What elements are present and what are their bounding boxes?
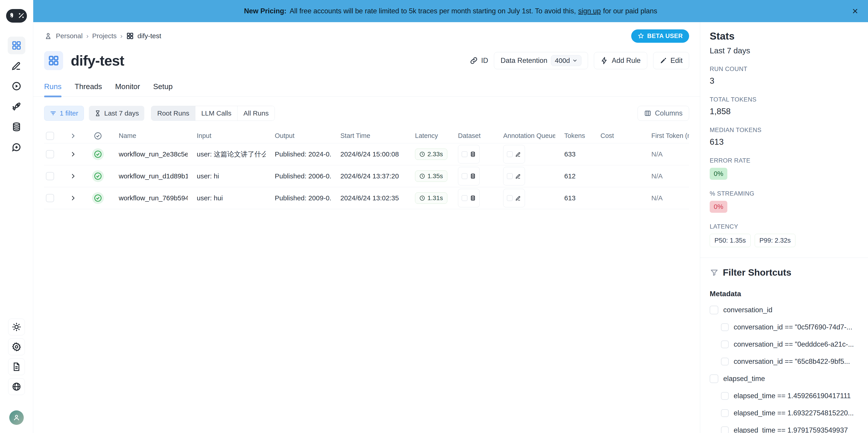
table-row[interactable]: workflow_run_d1d89b1e user: hi Published… (44, 165, 689, 187)
breadcrumb-projects[interactable]: Projects (92, 32, 117, 40)
clock-icon (419, 173, 425, 179)
web-button[interactable] (8, 378, 25, 395)
tab-setup[interactable]: Setup (153, 82, 173, 97)
person-icon (13, 414, 20, 422)
shortcut-item: elapsed_time == 1.69322754815220... (721, 408, 859, 418)
add-to-dataset-button[interactable] (458, 189, 480, 207)
success-status-icon (92, 192, 104, 204)
add-to-annotation-queue-button[interactable] (503, 167, 525, 185)
run-input: user: hui (188, 194, 266, 202)
time-range-button[interactable]: Last 7 days (89, 106, 144, 121)
clock-icon (419, 195, 425, 201)
shortcut-item-label: elapsed_time == 1.69322754815220... (734, 409, 854, 417)
filter-count-button[interactable]: 1 filter (44, 106, 84, 121)
banner-close-icon[interactable]: × (852, 6, 858, 16)
mini-checkbox (462, 151, 467, 157)
shortcut-item-label: conversation_id == "0edddce6-a21c-... (734, 340, 854, 348)
sidebar-item-projects[interactable] (8, 37, 25, 54)
sidebar-item-annotation[interactable] (8, 57, 25, 74)
columns-icon (644, 110, 651, 117)
run-start-time: 2024/6/24 13:37:20 (331, 172, 406, 180)
sidebar-item-datasets[interactable] (8, 118, 25, 136)
shortcut-checkbox[interactable] (721, 427, 729, 433)
mini-checkbox (462, 195, 467, 201)
theme-toggle[interactable] (8, 318, 25, 335)
tab-threads[interactable]: Threads (74, 82, 102, 97)
mini-checkbox (507, 151, 513, 157)
add-rule-label: Add Rule (612, 57, 641, 65)
metadata-section-label: Metadata (710, 290, 859, 298)
tools-icon (18, 12, 24, 19)
row-checkbox[interactable] (46, 150, 54, 158)
sidebar-item-feedback[interactable] (8, 138, 25, 156)
beta-user-badge: BETA USER (631, 29, 689, 43)
run-name[interactable]: workflow_run_2e38c5el (110, 150, 188, 158)
total-tokens-value: 1,858 (710, 107, 859, 116)
rocket-icon (11, 101, 22, 112)
banner-bold-text: New Pricing: (244, 7, 286, 15)
beta-badge-label: BETA USER (647, 33, 683, 39)
breadcrumb-personal[interactable]: Personal (56, 32, 83, 40)
time-range-label: Last 7 days (104, 110, 139, 117)
run-name[interactable]: workflow_run_d1d89b1e (110, 172, 188, 180)
docs-button[interactable] (8, 359, 25, 375)
run-input: user: hi (188, 172, 266, 180)
app-root: New Pricing: All free accounts will be r… (0, 0, 868, 433)
retention-value-dropdown[interactable]: 400d (551, 55, 582, 66)
edit-button[interactable]: Edit (653, 52, 689, 69)
run-first-token: N/A (642, 172, 689, 180)
pencil-icon (660, 57, 667, 64)
shortcut-checkbox[interactable] (710, 374, 718, 383)
banner-signup-link[interactable]: sign up (578, 7, 601, 15)
sidebar-item-deployments[interactable] (8, 98, 25, 115)
segment-all-runs[interactable]: All Runs (238, 106, 275, 121)
data-retention-button[interactable]: Data Retention 400d (494, 52, 588, 69)
shortcut-group-label: elapsed_time (723, 375, 765, 383)
latency-label: LATENCY (710, 223, 859, 230)
run-first-token: N/A (642, 194, 689, 202)
run-name[interactable]: workflow_run_769b5945 (110, 194, 188, 202)
add-to-annotation-queue-button[interactable] (503, 189, 525, 207)
user-avatar[interactable] (9, 410, 24, 425)
shortcut-checkbox[interactable] (721, 392, 729, 400)
chevron-right-icon: › (120, 32, 123, 40)
table-row[interactable]: workflow_run_2e38c5el user: 这篇论文讲了什么... … (44, 143, 689, 165)
shortcut-checkbox[interactable] (710, 306, 718, 314)
select-all-checkbox[interactable] (46, 132, 54, 140)
add-to-dataset-button[interactable] (458, 145, 480, 163)
shortcut-checkbox[interactable] (721, 358, 729, 365)
page-title: dify-test (71, 53, 124, 69)
segment-root-runs[interactable]: Root Runs (151, 106, 195, 121)
shortcut-checkbox[interactable] (721, 341, 729, 348)
row-expand-chevron-icon[interactable] (70, 173, 76, 179)
copy-id-button[interactable]: ID (470, 57, 488, 65)
shortcut-checkbox[interactable] (721, 323, 729, 331)
row-checkbox[interactable] (46, 172, 54, 180)
filter-count-label: 1 filter (60, 110, 78, 117)
shortcut-group: elapsed_time (710, 374, 859, 384)
add-to-dataset-button[interactable] (458, 167, 480, 185)
globe-icon (11, 382, 22, 392)
row-expand-chevron-icon[interactable] (70, 195, 76, 201)
settings-button[interactable] (8, 339, 25, 355)
database-icon (470, 195, 476, 201)
shortcut-checkbox[interactable] (721, 409, 729, 417)
expand-all-chevron-icon[interactable] (70, 133, 76, 139)
row-checkbox[interactable] (46, 194, 54, 202)
header-latency: Latency (406, 132, 449, 140)
success-status-icon (92, 148, 104, 160)
tab-monitor[interactable]: Monitor (115, 82, 140, 97)
stats-title: Stats (710, 30, 859, 42)
clock-icon (419, 151, 425, 157)
add-rule-button[interactable]: Add Rule (594, 52, 647, 69)
sidebar-item-playground[interactable] (8, 77, 25, 95)
breadcrumb-current[interactable]: dify-test (137, 32, 161, 40)
table-row[interactable]: workflow_run_769b5945 user: hui Publishe… (44, 187, 689, 209)
row-expand-chevron-icon[interactable] (70, 151, 76, 157)
add-to-annotation-queue-button[interactable] (503, 145, 525, 163)
columns-button[interactable]: Columns (638, 106, 689, 121)
segment-llm-calls[interactable]: LLM Calls (195, 106, 238, 121)
langsmith-logo[interactable] (6, 9, 27, 23)
tab-runs[interactable]: Runs (44, 82, 62, 97)
header-start-time: Start Time (331, 132, 406, 140)
